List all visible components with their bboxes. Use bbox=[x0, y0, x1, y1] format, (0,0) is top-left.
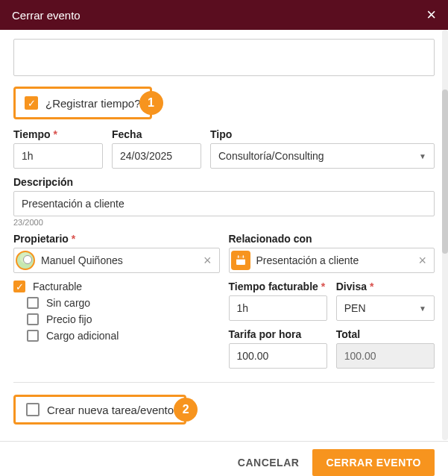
facturable-checkbox[interactable]: ✓ bbox=[13, 281, 25, 292]
tiempofacturable-label: Tiempo facturable * bbox=[229, 281, 327, 292]
sincargo-checkbox[interactable] bbox=[27, 297, 39, 309]
chevron-down-icon: ▼ bbox=[419, 152, 426, 160]
avatar-icon bbox=[16, 251, 35, 270]
propietario-field[interactable]: Manuel Quiñones × bbox=[13, 248, 220, 273]
cancel-button[interactable]: CANCELAR bbox=[238, 457, 300, 469]
svg-rect-1 bbox=[236, 257, 245, 259]
modal-header: Cerrar evento × bbox=[0, 0, 448, 30]
descripcion-input[interactable]: Presentación a cliente bbox=[13, 191, 435, 216]
tipo-label: Tipo bbox=[210, 128, 435, 140]
divisa-select[interactable]: PEN ▼ bbox=[336, 295, 435, 321]
total-label: Total bbox=[336, 328, 435, 340]
create-task-checkbox[interactable] bbox=[26, 403, 40, 416]
svg-rect-3 bbox=[242, 255, 243, 257]
facturable-line: ✓ Facturable bbox=[13, 281, 220, 292]
modal-footer: CANCELAR CERRAR EVENTO bbox=[0, 441, 448, 476]
billing-section: ✓ Facturable Sin cargo Precio fijo Cargo… bbox=[13, 281, 435, 369]
descripcion-label: Descripción bbox=[13, 176, 435, 188]
facturable-label: Facturable bbox=[33, 281, 82, 292]
fecha-input[interactable]: 24/03/2025 bbox=[112, 143, 201, 169]
scroll-thumb[interactable] bbox=[442, 90, 448, 254]
fecha-label: Fecha bbox=[112, 128, 201, 140]
tarifa-input[interactable]: 100.00 bbox=[229, 343, 327, 369]
divisa-label: Divisa * bbox=[336, 281, 435, 292]
relacionado-value: Presentación a cliente bbox=[256, 254, 359, 266]
cargoadicional-label: Cargo adicional bbox=[46, 330, 119, 342]
total-output: 100.00 bbox=[336, 343, 435, 369]
relacionado-clear-icon[interactable]: × bbox=[415, 253, 429, 269]
descripcion-charcount: 23/2000 bbox=[13, 218, 435, 227]
how-it-went-textarea[interactable] bbox=[13, 39, 435, 76]
callout-badge-2: 2 bbox=[174, 398, 198, 422]
svg-rect-2 bbox=[238, 255, 239, 257]
preciofijo-label: Precio fijo bbox=[46, 313, 92, 325]
scrollbar[interactable] bbox=[442, 30, 448, 440]
relacionado-field[interactable]: Presentación a cliente × bbox=[229, 248, 435, 273]
sincargo-label: Sin cargo bbox=[46, 297, 90, 309]
propietario-value: Manuel Quiñones bbox=[41, 254, 123, 266]
preciofijo-checkbox[interactable] bbox=[27, 313, 39, 325]
create-task-label: Crear nueva tarea/evento bbox=[47, 404, 174, 416]
submit-button[interactable]: CERRAR EVENTO bbox=[312, 449, 435, 476]
modal-title: Cerrar evento bbox=[12, 9, 81, 22]
modal-body: ✓ ¿Registrar tiempo? 1 Tiempo * 1h Fecha… bbox=[0, 30, 448, 441]
callout-badge-1: 1 bbox=[139, 91, 163, 115]
time-row: Tiempo * 1h Fecha 24/03/2025 Tipo Consul… bbox=[13, 128, 435, 169]
tiempofacturable-input[interactable]: 1h bbox=[229, 295, 327, 321]
register-time-checkbox[interactable]: ✓ bbox=[25, 96, 38, 110]
calendar-icon bbox=[231, 251, 250, 270]
chevron-down-icon: ▼ bbox=[419, 304, 426, 313]
propietario-label: Propietario * bbox=[13, 233, 220, 245]
close-icon[interactable]: × bbox=[426, 7, 436, 23]
tarifa-label: Tarifa por hora bbox=[229, 328, 327, 340]
propietario-clear-icon[interactable]: × bbox=[201, 253, 215, 269]
register-time-highlight: ✓ ¿Registrar tiempo? 1 bbox=[13, 87, 152, 119]
register-time-label: ¿Registrar tiempo? bbox=[45, 97, 141, 110]
tiempo-label: Tiempo * bbox=[13, 128, 103, 140]
create-task-highlight: Crear nueva tarea/evento 2 bbox=[13, 395, 186, 425]
relacionado-label: Relacionado con bbox=[229, 233, 435, 245]
tipo-select[interactable]: Consultoría/Consulting ▼ bbox=[210, 143, 435, 169]
cargoadicional-checkbox[interactable] bbox=[27, 330, 39, 342]
divider bbox=[13, 382, 435, 383]
tiempo-input[interactable]: 1h bbox=[13, 143, 103, 169]
